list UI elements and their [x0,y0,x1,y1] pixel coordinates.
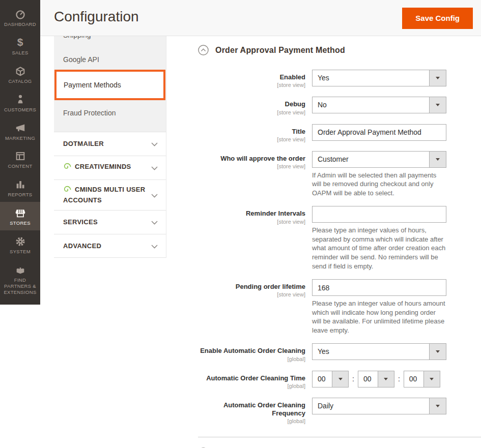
accordion-cminds-multi-user-accounts[interactable]: CMINDS MULTI USER ACCOUNTS [54,180,166,210]
sidebar-item-label: REPORTS [1,192,39,198]
caret-down-icon [430,378,434,380]
section-title: Order Approval Payment Method [215,46,345,55]
creativeminds-spiral-icon [63,185,71,196]
caret-down-icon [384,378,388,380]
accordion-creativeminds[interactable]: CREATIVEMINDS [54,156,166,180]
customers-icon [1,93,39,105]
sidebar-item-dashboard[interactable]: DASHBOARD [0,3,40,32]
field-label: Title [198,128,305,136]
select-caret-button [378,371,394,387]
sidebar-item-label: CATALOG [1,78,39,84]
cleaning-frequency-select[interactable]: Daily [312,398,446,414]
select-caret-button [429,97,446,113]
reports-icon [1,178,39,190]
creativeminds-spiral-icon [63,162,71,173]
cleaning-time-seconds-select[interactable]: 00 [404,371,440,387]
select-caret-button [423,371,440,387]
field-row-who-will-approve: Who will approve the order [store view] … [198,151,481,198]
cleaning-time-minutes-select[interactable]: 00 [358,371,394,387]
admin-config-page: DASHBOARD $ SALES CATALOG CUSTOMERS MARK… [0,0,481,448]
sidebar-item-catalog[interactable]: CATALOG [0,60,40,88]
field-scope: [global] [198,418,305,424]
select-caret-button [429,70,446,86]
cleaning-time-group: 00 : 00 : 00 [312,371,446,387]
config-nav-item-fraud-protection[interactable]: Fraud Protection [54,109,166,117]
sidebar-item-system[interactable]: SYSTEM [0,230,40,259]
title-input[interactable] [312,124,446,141]
extensions-icon [1,263,39,276]
config-nav-section-open: Shipping Google API Payment Methods Frau… [54,36,166,132]
sidebar-item-label: CONTENT [1,163,39,169]
chevron-down-icon [151,191,158,200]
field-scope: [store view] [198,219,305,225]
sidebar-item-content[interactable]: CONTENT [0,145,40,173]
field-row-title: Title [store view] [198,124,481,142]
field-scope: [global] [198,383,305,389]
time-separator: : [352,375,354,383]
sidebar-item-customers[interactable]: CUSTOMERS [0,88,40,117]
sidebar-item-marketing[interactable]: MARKETING [0,117,40,145]
marketing-icon [1,122,39,134]
pending-order-lifetime-input[interactable] [312,279,446,296]
field-row-enabled: Enabled [store view] Yes [198,70,481,88]
field-row-debug: Debug [store view] No [198,97,481,115]
who-will-approve-select[interactable]: Customer [312,151,446,168]
accordion-advanced[interactable]: ADVANCED [54,234,166,258]
caret-down-icon [436,104,440,106]
catalog-icon [1,65,39,77]
field-scope: [store view] [198,291,305,297]
time-separator: : [398,375,400,383]
chevron-down-icon [151,218,158,227]
sidebar-item-label: STORES [1,220,39,226]
sidebar-item-sales[interactable]: $ SALES [0,32,40,60]
config-nav-item-shipping-clipped[interactable]: Shipping [54,36,166,42]
field-label: Enable Automatic Order Cleaning [198,347,305,355]
accordion-services[interactable]: SERVICES [54,210,166,234]
reminder-intervals-input[interactable] [312,206,446,223]
caret-down-icon [436,405,440,407]
stores-icon [1,206,39,219]
enable-automatic-order-cleaning-select[interactable]: Yes [312,343,446,360]
field-row-enable-automatic-order-cleaning: Enable Automatic Order Cleaning [global]… [198,343,481,362]
collapse-circle-chevron-up-icon [198,45,209,55]
field-label: Debug [198,100,305,108]
chevron-down-icon [151,242,158,251]
config-nav-item-payment-methods[interactable]: Payment Methods [54,70,165,100]
field-label: Automatic Order Cleaning Time [198,374,305,382]
field-row-reminder-intervals: Reminder Intervals [store view] Please t… [198,206,481,271]
admin-sidenav: DASHBOARD $ SALES CATALOG CUSTOMERS MARK… [0,0,40,305]
sidebar-item-reports[interactable]: REPORTS [0,173,40,202]
select-caret-button [429,152,446,167]
debug-select[interactable]: No [312,97,446,113]
select-caret-button [332,371,348,387]
field-label: Enabled [198,73,305,81]
field-row-automatic-order-cleaning-frequency: Automatic Order Cleaning Frequency [glob… [198,398,481,425]
field-label: Who will approve the order [198,155,305,163]
caret-down-icon [436,158,440,161]
accordion-dotmailer[interactable]: DOTMAILER [54,132,166,156]
config-nav-item-google-api[interactable]: Google API [54,55,166,64]
section-header-zero-subtotal-checkout[interactable]: Zero Subtotal Checkout [198,437,481,448]
sidebar-item-find-partners-extensions[interactable]: FIND PARTNERS & EXTENSIONS [0,259,40,300]
sidebar-item-stores[interactable]: STORES [0,202,40,230]
sidebar-item-label: SALES [1,50,39,56]
collapsed-sections: Zero Subtotal Checkout Cash On Delivery … [198,437,481,448]
field-label: Pending order lifetime [198,283,305,291]
order-approval-form: Enabled [store view] Yes Debug [store vi… [198,70,481,424]
section-header-order-approval[interactable]: Order Approval Payment Method [198,45,481,55]
config-nav-accordions: DOTMAILER CREATIVEMINDS CMINDS MULTI USE… [54,132,166,258]
sidebar-item-label: SYSTEM [1,249,39,255]
save-config-button[interactable]: Save Config [402,8,473,29]
field-scope: [store view] [198,163,305,169]
field-note: Please type an integer value of hours am… [312,299,446,335]
field-scope: [global] [198,356,305,362]
field-scope: [store view] [198,109,305,115]
field-row-automatic-order-cleaning-time: Automatic Order Cleaning Time [global] 0… [198,371,481,389]
field-label: Automatic Order Cleaning Frequency [198,401,305,418]
caret-down-icon [436,350,440,353]
cleaning-time-hours-select[interactable]: 00 [312,371,349,387]
chevron-down-icon [151,163,158,172]
chevron-down-icon [151,139,158,148]
field-scope: [store view] [198,82,305,88]
enabled-select[interactable]: Yes [312,70,446,86]
